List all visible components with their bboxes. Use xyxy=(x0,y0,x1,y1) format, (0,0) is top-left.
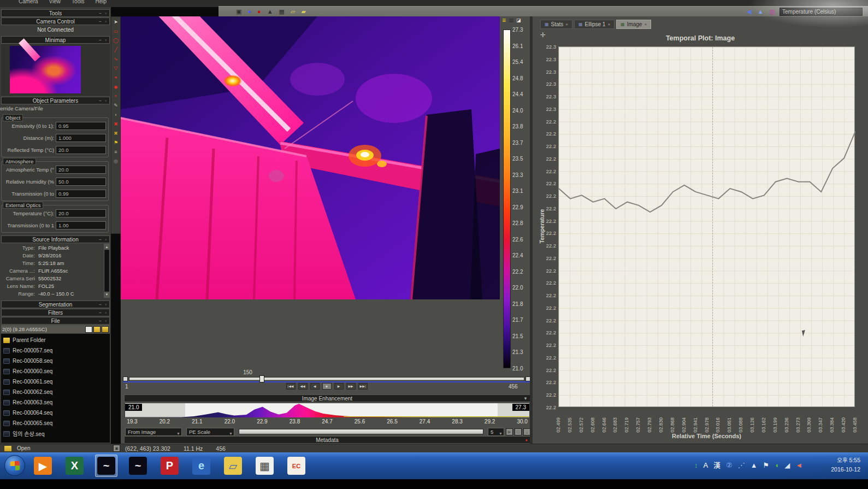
stop-button[interactable]: ■ xyxy=(322,383,332,390)
camera-control-panel-header[interactable]: Camera Control − ▫ xyxy=(1,17,110,25)
save-folder-icon[interactable]: ▰ xyxy=(301,9,305,15)
file-list-item[interactable]: Rec-000057.seq xyxy=(1,345,110,356)
taskbar-researchir-1[interactable]: ~ xyxy=(95,455,117,477)
fast-forward-button[interactable]: ▶▶ xyxy=(346,383,356,390)
panel-collapse-icons[interactable]: − ▫ xyxy=(99,98,108,103)
param-field-input[interactable]: 20.0 xyxy=(56,146,106,154)
panel-collapse-icons[interactable]: − ▫ xyxy=(99,237,108,242)
source-information-panel-header[interactable]: Source Information − ▫ xyxy=(1,235,110,243)
playback-slider-handle[interactable] xyxy=(259,375,264,382)
tray-badge-2-icon[interactable]: ② xyxy=(726,458,733,473)
menu-item-view[interactable]: View xyxy=(49,0,61,4)
snapshot-icon[interactable]: ▲ xyxy=(267,9,273,15)
new-file-button[interactable] xyxy=(85,326,92,333)
brush-tool-icon[interactable]: ◗ xyxy=(112,111,120,119)
start-button[interactable] xyxy=(4,455,25,476)
delete-all-roi-icon[interactable]: ✖ xyxy=(112,129,120,137)
histogram-min-label[interactable]: 21.0 xyxy=(125,404,142,411)
panel-collapse-icons[interactable]: − ▫ xyxy=(99,11,108,16)
taskbar-calculator-app[interactable]: ▦ xyxy=(253,455,276,477)
file-list-item[interactable]: Rec-000058.seq xyxy=(1,356,110,366)
tray-volume-icon[interactable]: ◄ xyxy=(795,458,802,473)
color-scale-bar[interactable] xyxy=(503,30,511,368)
spot-roi-icon[interactable]: + xyxy=(112,92,120,100)
palette-icon[interactable]: ▥ xyxy=(770,9,775,15)
zoom-tool-icon[interactable]: ◎ xyxy=(112,157,120,165)
menu-item-tools[interactable]: Tools xyxy=(72,0,84,4)
tray-pill-icon[interactable]: ◖ xyxy=(775,458,779,473)
filters-panel-header[interactable]: Filters − ▫ xyxy=(1,309,110,316)
open-status-item[interactable]: Open xyxy=(4,445,30,451)
param-field-input[interactable]: 0.95 xyxy=(56,122,106,130)
image-enhancement-header[interactable]: Image Enhancement ▼ xyxy=(124,394,530,402)
status-panel-button[interactable]: ▣ xyxy=(113,445,120,452)
close-tab-icon[interactable]: × xyxy=(607,22,610,27)
scrollbar[interactable]: ▲ ▼ xyxy=(104,244,110,298)
scroll-down-icon[interactable]: ▼ xyxy=(104,292,109,297)
unit-selector-dropdown[interactable]: Temperature (Celsius) xyxy=(780,8,863,16)
tools-panel-header[interactable]: Tools − ▫ xyxy=(1,9,110,17)
panel-collapse-icons[interactable]: − ▫ xyxy=(99,310,108,315)
enhancement-tool-button-1[interactable]: ⊳ xyxy=(506,428,513,435)
panel-collapse-icons[interactable]: − ▫ xyxy=(99,19,108,24)
minimap-panel-header[interactable]: Minimap − ▫ xyxy=(1,36,110,44)
pen-tool-icon[interactable]: ✎ xyxy=(112,102,120,109)
taskbar-p-app[interactable]: P xyxy=(158,455,181,477)
layers-tool-icon[interactable]: ≡ xyxy=(112,148,120,156)
rewind-button[interactable]: ◀◀ xyxy=(298,383,308,390)
line-roi-icon[interactable]: ╱ xyxy=(112,46,120,54)
tray-flag-icon[interactable]: ⚑ xyxy=(763,458,770,473)
taskbar-media-player[interactable]: ▶ xyxy=(32,455,54,477)
tray-network-icon[interactable]: ◢ xyxy=(784,458,790,473)
file-list-item[interactable]: Rec-000062.seq xyxy=(1,387,110,397)
rect-roi-icon[interactable]: ▭ xyxy=(112,27,120,35)
menu-item-camera[interactable]: Camera xyxy=(19,0,38,4)
collapse-chevron-icon[interactable]: ▼ xyxy=(523,396,528,401)
panel-collapse-icons[interactable]: − ▫ xyxy=(99,319,108,323)
plot-area[interactable] xyxy=(558,46,855,407)
taskbar-researchir-2[interactable]: ~ xyxy=(127,455,149,477)
playback-slider-track[interactable] xyxy=(129,377,524,381)
param-field-input[interactable]: 1.000 xyxy=(56,134,106,142)
taskbar-internet-explorer[interactable]: e xyxy=(190,455,212,477)
tray-ime-hanja-icon[interactable]: 漢 xyxy=(713,458,721,473)
play-button[interactable]: ▶ xyxy=(334,383,344,390)
minimap-thermal-thumbnail[interactable] xyxy=(10,46,81,93)
folder-up-button[interactable] xyxy=(93,326,101,333)
panel-collapse-icons[interactable]: − ▫ xyxy=(99,38,108,43)
tray-show-hidden-icon[interactable]: ▲ xyxy=(751,458,758,473)
object-parameters-panel-header[interactable]: Object Parameters − ▫ xyxy=(1,97,110,104)
scroll-up-icon[interactable]: ▲ xyxy=(104,244,109,250)
param-field-input[interactable]: 1.00 xyxy=(56,221,106,229)
enhancement-tool-button-2[interactable]: □ xyxy=(515,428,522,435)
skip-start-button[interactable]: |◀◀ xyxy=(286,383,296,390)
enhancement-slider[interactable] xyxy=(239,429,483,434)
scroll-thumb[interactable] xyxy=(105,250,109,291)
param-field-input[interactable]: 50.0 xyxy=(56,178,106,186)
file-list-item[interactable]: Rec-000060.seq xyxy=(1,366,110,376)
thermal-image[interactable] xyxy=(121,16,500,299)
enhancement-spinner[interactable]: 5▼ xyxy=(488,428,504,436)
histogram[interactable]: 21.0 27.3 xyxy=(124,403,530,417)
ellipse-roi-icon[interactable]: ◯ xyxy=(112,37,120,44)
close-tab-icon[interactable]: × xyxy=(644,22,647,27)
plot-tab-image[interactable]: ▦Image× xyxy=(616,20,651,29)
file-path-bar[interactable]: 2(0) (9.28 A655SC) xyxy=(1,325,110,333)
param-field-input[interactable]: 20.0 xyxy=(56,209,106,217)
menu-item-help[interactable]: Help xyxy=(95,0,107,4)
image-icon[interactable]: ▦ xyxy=(279,9,285,15)
delete-roi-icon[interactable]: ✖ xyxy=(112,120,120,128)
panel-collapse-icons[interactable]: − ▫ xyxy=(99,302,108,307)
tray-dots-icon[interactable]: ⋰ xyxy=(738,458,745,473)
plot-tab-ellipse-1[interactable]: ▦Ellipse 1× xyxy=(574,20,615,29)
scale-mode-icon[interactable]: ▤ xyxy=(509,17,514,24)
flag-tool-icon[interactable]: ⚑ xyxy=(112,139,120,146)
polyline-roi-icon[interactable]: ✶ xyxy=(112,74,120,81)
record-icon[interactable]: ● xyxy=(257,9,261,15)
file-list-item[interactable]: 임의 손상.seq xyxy=(1,428,110,439)
enhancement-scale-dropdown[interactable]: PE Scale▼ xyxy=(186,428,234,436)
step-back-button[interactable]: ◀ xyxy=(310,383,320,390)
polygon-roi-icon[interactable]: ▽ xyxy=(112,64,120,72)
folder-browse-button[interactable] xyxy=(102,326,109,333)
file-list-item[interactable]: Rec-000061.seq xyxy=(1,376,110,387)
